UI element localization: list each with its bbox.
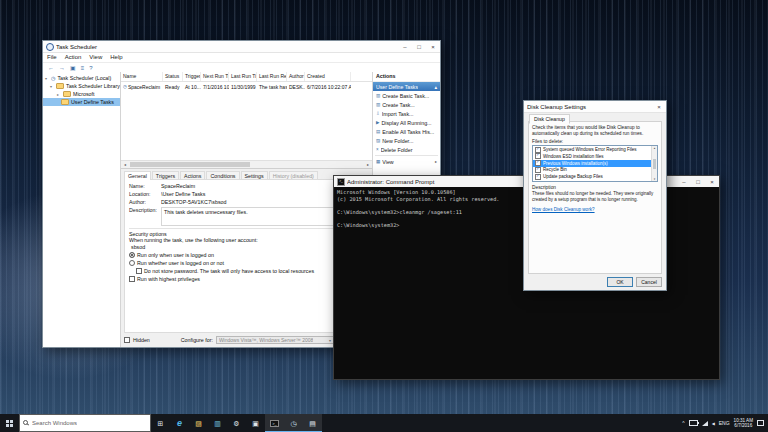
cmd-icon[interactable]: >_: [265, 414, 284, 432]
menu-help[interactable]: Help: [106, 53, 126, 62]
action-delete-folder[interactable]: ×Delete Folder: [373, 145, 440, 154]
location-label: Location:: [129, 191, 161, 197]
language-indicator[interactable]: ENG: [719, 420, 730, 426]
radio-icon[interactable]: [129, 252, 135, 258]
cleanup-item[interactable]: Recycle Bin: [533, 167, 657, 174]
maximize-icon[interactable]: □: [691, 176, 705, 187]
checkbox-icon[interactable]: [136, 268, 142, 274]
tree-item-microsoft[interactable]: ▸ Microsoft: [43, 90, 120, 98]
tree-item-user-define-tasks[interactable]: User Define Tasks: [43, 98, 120, 106]
tab-disk-cleanup[interactable]: Disk Cleanup: [529, 114, 570, 124]
tree-item-root[interactable]: ▾ ◷ Task Scheduler (Local): [43, 74, 120, 82]
disk-cleanup-icon[interactable]: ▤: [303, 414, 322, 432]
task-scheduler-titlebar[interactable]: Task Scheduler – □ ×: [43, 41, 440, 53]
scrollbar-thumb[interactable]: [653, 159, 656, 169]
action-wizard[interactable]: ▥Create Basic Task...: [373, 91, 440, 100]
cancel-button[interactable]: Cancel: [636, 277, 662, 287]
radio-icon[interactable]: [129, 260, 135, 266]
column-header-author[interactable]: Author: [287, 72, 305, 81]
scroll-up-icon[interactable]: ▴: [654, 146, 656, 150]
maximize-icon[interactable]: □: [412, 41, 426, 52]
search-icon: [23, 420, 29, 426]
action-task[interactable]: ▥Create Task...: [373, 100, 440, 109]
checkbox-icon[interactable]: [535, 167, 541, 173]
menu-file[interactable]: File: [43, 53, 61, 62]
tab-general[interactable]: General: [124, 171, 151, 180]
cleanup-item[interactable]: Previous Windows installation(s): [533, 160, 657, 167]
column-header-last-run-time[interactable]: Last Run Time: [229, 72, 257, 81]
clock[interactable]: 10:31 AM 6/7/2016: [734, 418, 753, 428]
checkbox-icon[interactable]: [535, 160, 541, 166]
radio-run-logged-on[interactable]: Run only when user is logged on: [129, 252, 364, 258]
task-row[interactable]: ◷SpaceReclaimReadyAt 10...7/1/2016 10...…: [121, 82, 372, 91]
scroll-right-icon[interactable]: ▸: [364, 162, 372, 167]
store-icon[interactable]: ▥: [208, 414, 227, 432]
ok-button[interactable]: OK: [607, 277, 633, 287]
action-history[interactable]: ▤Enable All Tasks His...: [373, 127, 440, 136]
column-header-status[interactable]: Status: [163, 72, 183, 81]
action-center-icon[interactable]: [757, 420, 764, 426]
folder-icon: [56, 83, 64, 89]
expander-icon[interactable]: ▾: [50, 84, 54, 89]
configure-for-dropdown[interactable]: Windows Vista™, Windows Server™ 2008 ▾: [216, 336, 334, 344]
close-icon[interactable]: ×: [652, 101, 666, 112]
tree-item-library[interactable]: ▾ Task Scheduler Library: [43, 82, 120, 90]
column-header-last-run-result[interactable]: Last Run Result: [257, 72, 287, 81]
expander-icon[interactable]: ▸: [57, 92, 61, 97]
cleanup-item[interactable]: Windows ESD installation files: [533, 153, 657, 160]
search-box[interactable]: Search Windows: [19, 414, 151, 432]
column-header-created[interactable]: Created: [305, 72, 351, 81]
vertical-scrollbar[interactable]: ▴ ▾: [651, 146, 657, 181]
how-disk-cleanup-works-link[interactable]: How does Disk Cleanup work?: [532, 207, 658, 212]
system-tray: ^ ◀ ENG 10:31 AM 6/7/2016: [678, 414, 768, 432]
edge-icon[interactable]: e: [170, 414, 189, 432]
network-icon[interactable]: [702, 421, 708, 426]
action-import[interactable]: ⇩Import Task...: [373, 109, 440, 118]
ts-tree-panel: ▾ ◷ Task Scheduler (Local) ▾ Task Schedu…: [43, 72, 121, 347]
dc-titlebar[interactable]: Disk Cleanup Settings ×: [524, 101, 666, 113]
radio-run-whether-logged[interactable]: Run whether user is logged on or not: [129, 260, 364, 266]
volume-icon[interactable]: ◀: [712, 421, 715, 426]
ts-actions-list: ▥Create Basic Task...▥Create Task...⇩Imp…: [373, 91, 440, 166]
column-header-name[interactable]: Name: [121, 72, 163, 81]
scroll-left-icon[interactable]: ◂: [121, 162, 129, 167]
settings-icon[interactable]: ⚙: [227, 414, 246, 432]
action-new-folder[interactable]: ▨New Folder...: [373, 136, 440, 145]
actions-selected-scope[interactable]: User Define Tasks ▴: [373, 82, 440, 91]
hidden-label: Hidden: [133, 337, 150, 343]
chevron-right-icon: ▸: [435, 159, 437, 164]
scrollbar-thumb[interactable]: [130, 162, 250, 167]
menu-view[interactable]: View: [85, 53, 106, 62]
close-icon[interactable]: ×: [426, 41, 440, 52]
expander-icon[interactable]: ▾: [45, 76, 49, 81]
cmd-app-icon: >_: [337, 178, 345, 186]
task-view-icon[interactable]: ⊞: [151, 414, 170, 432]
checkbox-icon[interactable]: [129, 276, 135, 282]
cleanup-item[interactable]: Update package Backup Files: [533, 173, 657, 180]
checkbox-icon[interactable]: [535, 147, 541, 153]
file-explorer-icon[interactable]: ▨: [189, 414, 208, 432]
column-header-triggers[interactable]: Triggers: [183, 72, 201, 81]
column-header-next-run-time[interactable]: Next Run Time: [201, 72, 229, 81]
menu-action[interactable]: Action: [61, 53, 86, 62]
minimize-icon[interactable]: –: [677, 176, 691, 187]
hidden-checkbox-icon[interactable]: [124, 337, 130, 343]
cleanup-item[interactable]: System queued Windows Error Reporting Fi…: [533, 146, 657, 153]
close-icon[interactable]: ×: [705, 176, 719, 187]
show-hidden-icons-icon[interactable]: ^: [682, 420, 684, 426]
minimize-icon[interactable]: –: [398, 41, 412, 52]
horizontal-scrollbar[interactable]: ◂ ▸: [121, 160, 372, 168]
check-do-not-store-password[interactable]: Do not store password. The task will onl…: [136, 268, 364, 274]
photos-icon[interactable]: ▣: [246, 414, 265, 432]
action-view[interactable]: ▦View▸: [373, 157, 440, 166]
scroll-down-icon[interactable]: ▾: [654, 177, 656, 181]
task-scheduler-icon[interactable]: ◷: [284, 414, 303, 432]
battery-icon[interactable]: [689, 420, 698, 426]
start-button[interactable]: [0, 414, 19, 432]
checkbox-icon[interactable]: [535, 174, 541, 180]
ts-list-header: NameStatusTriggersNext Run TimeLast Run …: [121, 72, 372, 82]
check-highest-privileges[interactable]: Run with highest privileges: [129, 276, 364, 282]
description-label: Description:: [129, 207, 161, 226]
checkbox-icon[interactable]: [535, 153, 541, 159]
action-run[interactable]: ▶Display All Running...: [373, 118, 440, 127]
